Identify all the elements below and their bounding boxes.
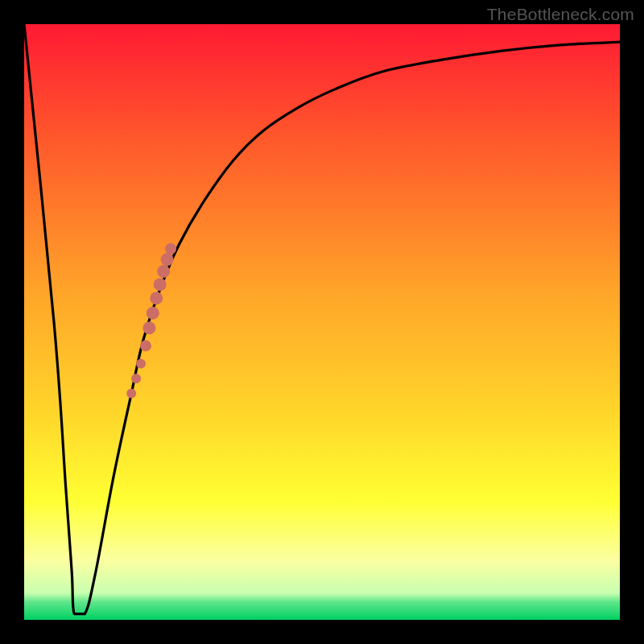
marker-point: [136, 359, 146, 369]
marker-point: [150, 291, 163, 304]
marker-point: [147, 307, 159, 320]
marker-point: [142, 321, 155, 334]
marker-point: [157, 265, 170, 278]
marker-point: [165, 243, 176, 254]
gradient-background: [24, 24, 620, 620]
marker-point: [154, 278, 167, 291]
plot-area: [24, 24, 620, 620]
marker-point: [131, 374, 141, 383]
chart-svg: [24, 24, 620, 620]
chart-frame: TheBottleneck.com: [0, 0, 644, 644]
marker-point: [161, 253, 174, 266]
watermark: TheBottleneck.com: [487, 5, 634, 24]
marker-point: [126, 389, 136, 398]
marker-point: [140, 341, 151, 352]
